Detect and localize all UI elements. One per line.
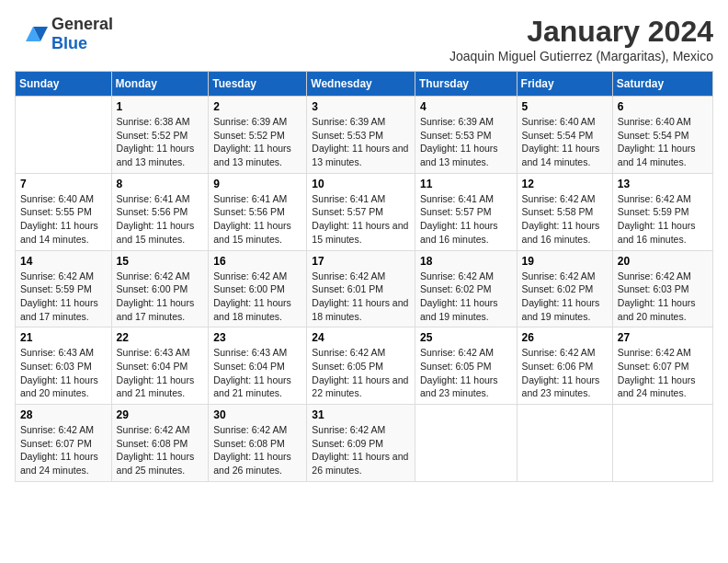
day-number: 12 [522, 178, 608, 190]
week-row-2: 14Sunrise: 6:42 AM Sunset: 5:59 PM Dayli… [16, 250, 713, 327]
calendar-subtitle: Joaquin Miguel Gutierrez (Margaritas), M… [449, 49, 713, 63]
day-info: Sunrise: 6:41 AM Sunset: 5:56 PM Dayligh… [213, 192, 301, 247]
header-tuesday: Tuesday [209, 72, 307, 97]
day-info: Sunrise: 6:42 AM Sunset: 6:07 PM Dayligh… [618, 346, 708, 400]
day-number: 19 [522, 255, 608, 268]
calendar-cell: 16Sunrise: 6:42 AM Sunset: 6:00 PM Dayli… [209, 250, 307, 327]
day-info: Sunrise: 6:40 AM Sunset: 5:54 PM Dayligh… [522, 115, 608, 169]
header-wednesday: Wednesday [307, 72, 415, 97]
calendar-cell: 23Sunrise: 6:43 AM Sunset: 6:04 PM Dayli… [209, 327, 307, 405]
day-number: 5 [522, 100, 608, 113]
logo-blue: Blue [51, 34, 87, 52]
calendar-cell: 27Sunrise: 6:42 AM Sunset: 6:07 PM Dayli… [612, 327, 712, 405]
calendar-cell: 30Sunrise: 6:42 AM Sunset: 6:08 PM Dayli… [209, 405, 307, 482]
day-info: Sunrise: 6:42 AM Sunset: 6:09 PM Dayligh… [312, 423, 410, 477]
day-info: Sunrise: 6:43 AM Sunset: 6:04 PM Dayligh… [213, 346, 301, 400]
calendar-cell: 15Sunrise: 6:42 AM Sunset: 6:00 PM Dayli… [111, 250, 209, 327]
calendar-cell [517, 405, 612, 482]
calendar-cell: 9Sunrise: 6:41 AM Sunset: 5:56 PM Daylig… [209, 173, 307, 250]
day-number: 18 [420, 255, 512, 268]
header-thursday: Thursday [415, 72, 517, 97]
day-number: 31 [312, 408, 410, 421]
day-info: Sunrise: 6:41 AM Sunset: 5:57 PM Dayligh… [420, 192, 512, 247]
day-number: 7 [20, 178, 107, 190]
day-number: 14 [20, 255, 107, 268]
day-info: Sunrise: 6:42 AM Sunset: 6:05 PM Dayligh… [420, 346, 512, 400]
day-info: Sunrise: 6:42 AM Sunset: 6:05 PM Dayligh… [312, 346, 410, 400]
calendar-cell: 3Sunrise: 6:39 AM Sunset: 5:53 PM Daylig… [307, 97, 415, 174]
calendar-cell: 5Sunrise: 6:40 AM Sunset: 5:54 PM Daylig… [517, 97, 612, 174]
day-info: Sunrise: 6:42 AM Sunset: 6:03 PM Dayligh… [618, 270, 708, 324]
day-number: 10 [312, 178, 410, 190]
calendar-title: January 2024 [449, 15, 713, 49]
logo-icon [15, 23, 48, 45]
day-info: Sunrise: 6:39 AM Sunset: 5:53 PM Dayligh… [312, 115, 410, 169]
calendar-cell: 26Sunrise: 6:42 AM Sunset: 6:06 PM Dayli… [517, 327, 612, 405]
calendar-cell: 13Sunrise: 6:42 AM Sunset: 5:59 PM Dayli… [612, 173, 712, 250]
week-row-3: 21Sunrise: 6:43 AM Sunset: 6:03 PM Dayli… [16, 327, 713, 405]
day-info: Sunrise: 6:40 AM Sunset: 5:54 PM Dayligh… [618, 115, 708, 169]
day-info: Sunrise: 6:42 AM Sunset: 6:07 PM Dayligh… [20, 423, 107, 477]
week-row-1: 7Sunrise: 6:40 AM Sunset: 5:55 PM Daylig… [16, 173, 713, 250]
calendar-cell: 6Sunrise: 6:40 AM Sunset: 5:54 PM Daylig… [612, 97, 712, 174]
day-number: 6 [618, 100, 708, 113]
day-info: Sunrise: 6:43 AM Sunset: 6:04 PM Dayligh… [117, 346, 204, 400]
calendar-cell: 18Sunrise: 6:42 AM Sunset: 6:02 PM Dayli… [415, 250, 517, 327]
day-number: 17 [312, 255, 410, 268]
calendar-cell: 20Sunrise: 6:42 AM Sunset: 6:03 PM Dayli… [612, 250, 712, 327]
day-number: 27 [618, 331, 708, 344]
day-number: 30 [213, 408, 301, 421]
calendar-cell: 24Sunrise: 6:42 AM Sunset: 6:05 PM Dayli… [307, 327, 415, 405]
day-number: 22 [117, 331, 204, 344]
day-info: Sunrise: 6:42 AM Sunset: 6:00 PM Dayligh… [213, 270, 301, 324]
calendar-cell: 10Sunrise: 6:41 AM Sunset: 5:57 PM Dayli… [307, 173, 415, 250]
day-number: 11 [420, 178, 512, 190]
day-number: 1 [117, 100, 204, 113]
day-number: 15 [117, 255, 204, 268]
day-number: 25 [420, 331, 512, 344]
header-monday: Monday [111, 72, 209, 97]
day-number: 21 [20, 331, 107, 344]
calendar-cell: 25Sunrise: 6:42 AM Sunset: 6:05 PM Dayli… [415, 327, 517, 405]
calendar-cell: 12Sunrise: 6:42 AM Sunset: 5:58 PM Dayli… [517, 173, 612, 250]
day-number: 29 [117, 408, 204, 421]
day-number: 24 [312, 331, 410, 344]
day-info: Sunrise: 6:39 AM Sunset: 5:53 PM Dayligh… [420, 115, 512, 169]
day-number: 28 [20, 408, 107, 421]
day-info: Sunrise: 6:42 AM Sunset: 6:02 PM Dayligh… [522, 270, 608, 324]
header-sunday: Sunday [16, 72, 112, 97]
calendar-cell: 4Sunrise: 6:39 AM Sunset: 5:53 PM Daylig… [415, 97, 517, 174]
day-number: 9 [213, 178, 301, 190]
day-number: 3 [312, 100, 410, 113]
day-info: Sunrise: 6:42 AM Sunset: 6:08 PM Dayligh… [213, 423, 301, 477]
day-info: Sunrise: 6:41 AM Sunset: 5:56 PM Dayligh… [117, 192, 204, 247]
header-saturday: Saturday [612, 72, 712, 97]
day-number: 23 [213, 331, 301, 344]
day-number: 26 [522, 331, 608, 344]
title-area: January 2024 Joaquin Miguel Gutierrez (M… [449, 15, 713, 63]
calendar-cell: 1Sunrise: 6:38 AM Sunset: 5:52 PM Daylig… [111, 97, 209, 174]
day-info: Sunrise: 6:41 AM Sunset: 5:57 PM Dayligh… [312, 192, 410, 247]
calendar-cell: 21Sunrise: 6:43 AM Sunset: 6:03 PM Dayli… [16, 327, 112, 405]
calendar-cell: 22Sunrise: 6:43 AM Sunset: 6:04 PM Dayli… [111, 327, 209, 405]
calendar-cell [612, 405, 712, 482]
day-info: Sunrise: 6:42 AM Sunset: 6:00 PM Dayligh… [117, 270, 204, 324]
calendar-cell: 17Sunrise: 6:42 AM Sunset: 6:01 PM Dayli… [307, 250, 415, 327]
calendar-table: SundayMondayTuesdayWednesdayThursdayFrid… [15, 71, 713, 482]
calendar-cell: 28Sunrise: 6:42 AM Sunset: 6:07 PM Dayli… [16, 405, 112, 482]
day-info: Sunrise: 6:43 AM Sunset: 6:03 PM Dayligh… [20, 346, 107, 400]
day-number: 8 [117, 178, 204, 190]
day-info: Sunrise: 6:38 AM Sunset: 5:52 PM Dayligh… [117, 115, 204, 169]
calendar-cell: 7Sunrise: 6:40 AM Sunset: 5:55 PM Daylig… [16, 173, 112, 250]
calendar-cell: 14Sunrise: 6:42 AM Sunset: 5:59 PM Dayli… [16, 250, 112, 327]
day-info: Sunrise: 6:42 AM Sunset: 6:02 PM Dayligh… [420, 270, 512, 324]
week-row-4: 28Sunrise: 6:42 AM Sunset: 6:07 PM Dayli… [16, 405, 713, 482]
day-info: Sunrise: 6:42 AM Sunset: 5:59 PM Dayligh… [20, 270, 107, 324]
header: General Blue January 2024 Joaquin Miguel… [15, 15, 713, 63]
calendar-cell: 19Sunrise: 6:42 AM Sunset: 6:02 PM Dayli… [517, 250, 612, 327]
calendar-cell: 31Sunrise: 6:42 AM Sunset: 6:09 PM Dayli… [307, 405, 415, 482]
day-info: Sunrise: 6:39 AM Sunset: 5:52 PM Dayligh… [213, 115, 301, 169]
calendar-cell: 2Sunrise: 6:39 AM Sunset: 5:52 PM Daylig… [209, 97, 307, 174]
calendar-cell [16, 97, 112, 174]
day-number: 4 [420, 100, 512, 113]
